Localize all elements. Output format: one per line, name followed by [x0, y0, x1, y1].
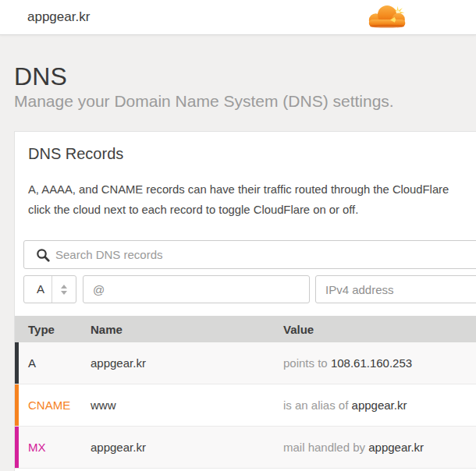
record-type-select[interactable]: A: [23, 275, 76, 303]
record-type-stripe: [15, 427, 19, 468]
page-title: DNS: [14, 62, 67, 91]
card-title: DNS Records: [28, 145, 123, 163]
record-value-main: appgear.kr: [368, 441, 424, 454]
record-type-cell: MX: [15, 441, 91, 454]
column-header-name: Name: [91, 323, 283, 336]
column-header-type: Type: [15, 323, 91, 336]
table-row[interactable]: CNAME www is an alias of appgear.kr: [15, 384, 476, 427]
card-description: A, AAAA, and CNAME records can have thei…: [28, 180, 449, 220]
record-type-stripe: [15, 342, 19, 384]
record-type-cell: A: [15, 356, 91, 370]
top-bar: appgear.kr: [0, 0, 476, 35]
search-box: [23, 240, 476, 269]
cloudflare-logo-icon[interactable]: [364, 3, 413, 31]
record-type-cell: CNAME: [15, 398, 91, 412]
record-type-selected-value: A: [37, 276, 44, 303]
page-subtitle: Manage your Domain Name System (DNS) set…: [14, 92, 394, 111]
dns-records-card: DNS Records A, AAAA, and CNAME records c…: [14, 131, 476, 471]
record-value-cell: is an alias of appgear.kr: [283, 398, 476, 412]
record-value-main: appgear.kr: [352, 398, 407, 412]
record-name-input[interactable]: [83, 275, 310, 303]
table-row[interactable]: MX appgear.kr mail handled by appgear.kr: [15, 427, 476, 469]
record-value-prefix: points to: [283, 356, 331, 370]
record-value-cell: mail handled by appgear.kr: [283, 441, 476, 454]
spinner-up-icon: [61, 285, 67, 289]
spinner-down-icon: [61, 291, 67, 295]
dns-records-table: Type Name Value A appgear.kr points to 1…: [15, 316, 476, 469]
record-name-cell: appgear.kr: [91, 356, 283, 370]
record-value-prefix: is an alias of: [283, 398, 352, 412]
record-value-cell: points to 108.61.160.253: [283, 356, 476, 370]
card-description-line1: A, AAAA, and CNAME records can have thei…: [28, 180, 449, 200]
add-record-controls: A: [15, 275, 476, 303]
record-value-prefix: mail handled by: [283, 441, 368, 454]
select-spinner[interactable]: [52, 276, 76, 303]
record-name-cell: www: [91, 398, 283, 412]
card-description-line2: click the cloud next to each record to t…: [28, 200, 449, 221]
current-domain-label: appgear.kr: [27, 0, 90, 34]
record-value-input[interactable]: [315, 275, 476, 303]
table-header-row: Type Name Value: [15, 316, 476, 342]
record-value-main: 108.61.160.253: [331, 356, 412, 370]
table-row[interactable]: A appgear.kr points to 108.61.160.253: [15, 342, 476, 384]
record-type-stripe: [15, 384, 19, 426]
column-header-value: Value: [283, 323, 476, 336]
record-name-cell: appgear.kr: [91, 441, 283, 454]
search-dns-input[interactable]: [24, 241, 476, 268]
